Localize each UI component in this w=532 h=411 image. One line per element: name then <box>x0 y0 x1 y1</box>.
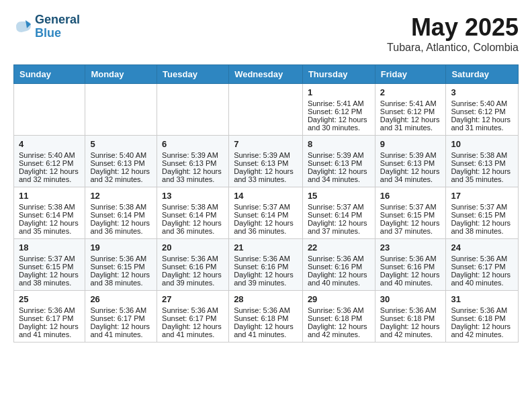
cell-content-line: and 38 minutes. <box>19 279 80 287</box>
calendar-cell: 25Sunrise: 5:36 AMSunset: 6:17 PMDayligh… <box>14 291 85 342</box>
calendar-cell: 23Sunrise: 5:36 AMSunset: 6:16 PMDayligh… <box>375 239 446 291</box>
calendar-week-row: 11Sunrise: 5:38 AMSunset: 6:14 PMDayligh… <box>14 187 519 239</box>
day-number: 31 <box>451 294 513 304</box>
cell-content-line: Sunrise: 5:36 AM <box>234 306 298 314</box>
logo-text: General Blue <box>35 13 80 40</box>
cell-content-line: Daylight: 12 hours <box>380 271 441 279</box>
cell-content-line: and 38 minutes. <box>90 279 152 287</box>
calendar-cell: 11Sunrise: 5:38 AMSunset: 6:14 PMDayligh… <box>14 187 85 239</box>
cell-content-line: and 41 minutes. <box>162 330 224 338</box>
cell-content-line: Sunrise: 5:36 AM <box>308 255 370 263</box>
day-number: 2 <box>380 87 441 97</box>
cell-content-line: Sunrise: 5:36 AM <box>162 255 224 263</box>
cell-content-line: and 34 minutes. <box>380 175 441 183</box>
day-number: 27 <box>162 294 224 304</box>
cell-content-line: Sunset: 6:16 PM <box>162 263 224 271</box>
cell-content-line: Sunset: 6:13 PM <box>308 159 370 167</box>
calendar-cell: 15Sunrise: 5:37 AMSunset: 6:14 PMDayligh… <box>302 187 375 239</box>
calendar-cell: 18Sunrise: 5:37 AMSunset: 6:15 PMDayligh… <box>14 239 85 291</box>
day-number: 28 <box>234 294 298 304</box>
weekday-header-sunday: Sunday <box>14 65 85 84</box>
cell-content-line: Daylight: 12 hours <box>19 219 80 227</box>
cell-content-line: and 31 minutes. <box>380 124 441 132</box>
cell-content-line: Sunset: 6:13 PM <box>234 159 298 167</box>
cell-content-line: and 30 minutes. <box>308 124 370 132</box>
cell-content-line: and 36 minutes. <box>234 227 298 235</box>
day-number: 15 <box>308 191 370 201</box>
day-number: 23 <box>380 242 441 253</box>
month-title: May 2025 <box>387 13 519 42</box>
cell-content-line: Sunrise: 5:39 AM <box>234 151 298 159</box>
cell-content-line: and 36 minutes. <box>90 227 152 235</box>
calendar-cell: 27Sunrise: 5:36 AMSunset: 6:17 PMDayligh… <box>157 291 229 342</box>
calendar-cell: 3Sunrise: 5:40 AMSunset: 6:12 PMDaylight… <box>446 84 519 136</box>
cell-content-line: and 33 minutes. <box>162 175 224 183</box>
cell-content-line: Daylight: 12 hours <box>162 167 224 175</box>
day-number: 18 <box>19 242 80 253</box>
cell-content-line: Sunset: 6:17 PM <box>451 263 513 271</box>
cell-content-line: and 32 minutes. <box>90 175 152 183</box>
cell-content-line: Daylight: 12 hours <box>451 167 513 175</box>
cell-content-line: Sunset: 6:13 PM <box>90 159 152 167</box>
cell-content-line: Sunrise: 5:36 AM <box>234 255 298 263</box>
calendar-cell: 5Sunrise: 5:40 AMSunset: 6:13 PMDaylight… <box>85 136 157 187</box>
cell-content-line: Daylight: 12 hours <box>19 322 80 330</box>
cell-content-line: Sunset: 6:17 PM <box>162 314 224 322</box>
cell-content-line: Sunrise: 5:38 AM <box>451 151 513 159</box>
cell-content-line: Sunrise: 5:40 AM <box>19 151 80 159</box>
weekday-header-monday: Monday <box>85 65 157 84</box>
day-number: 20 <box>162 242 224 253</box>
cell-content-line: Sunrise: 5:39 AM <box>308 151 370 159</box>
day-number: 16 <box>380 191 441 201</box>
calendar-cell: 16Sunrise: 5:37 AMSunset: 6:15 PMDayligh… <box>375 187 446 239</box>
cell-content-line: Daylight: 12 hours <box>380 219 441 227</box>
cell-content-line: Daylight: 12 hours <box>308 271 370 279</box>
logo: General Blue <box>13 13 80 40</box>
calendar-cell: 30Sunrise: 5:36 AMSunset: 6:18 PMDayligh… <box>375 291 446 342</box>
cell-content-line: and 42 minutes. <box>451 330 513 338</box>
day-number: 9 <box>380 139 441 149</box>
cell-content-line: Daylight: 12 hours <box>90 167 152 175</box>
cell-content-line: and 39 minutes. <box>234 279 298 287</box>
cell-content-line: Sunset: 6:16 PM <box>308 263 370 271</box>
cell-content-line: Daylight: 12 hours <box>451 219 513 227</box>
cell-content-line: Daylight: 12 hours <box>234 271 298 279</box>
cell-content-line: Sunrise: 5:38 AM <box>162 203 224 211</box>
cell-content-line: Sunset: 6:13 PM <box>380 159 441 167</box>
calendar-cell: 1Sunrise: 5:41 AMSunset: 6:12 PMDaylight… <box>302 84 375 136</box>
cell-content-line: Daylight: 12 hours <box>162 322 224 330</box>
cell-content-line: Sunrise: 5:36 AM <box>451 306 513 314</box>
cell-content-line: and 32 minutes. <box>19 175 80 183</box>
cell-content-line: Sunrise: 5:38 AM <box>19 203 80 211</box>
cell-content-line: Sunrise: 5:37 AM <box>19 255 80 263</box>
cell-content-line: Sunrise: 5:40 AM <box>451 99 513 107</box>
calendar-cell <box>85 84 157 136</box>
cell-content-line: Sunrise: 5:41 AM <box>308 99 370 107</box>
cell-content-line: Daylight: 12 hours <box>308 322 370 330</box>
calendar-cell: 21Sunrise: 5:36 AMSunset: 6:16 PMDayligh… <box>229 239 303 291</box>
cell-content-line: Sunrise: 5:41 AM <box>380 99 441 107</box>
day-number: 29 <box>308 294 370 304</box>
cell-content-line: Sunrise: 5:36 AM <box>380 306 441 314</box>
weekday-header-wednesday: Wednesday <box>229 65 303 84</box>
weekday-header-saturday: Saturday <box>446 65 519 84</box>
cell-content-line: and 42 minutes. <box>380 330 441 338</box>
cell-content-line: Sunrise: 5:36 AM <box>308 306 370 314</box>
cell-content-line: and 37 minutes. <box>380 227 441 235</box>
calendar-cell: 9Sunrise: 5:39 AMSunset: 6:13 PMDaylight… <box>375 136 446 187</box>
calendar-cell: 24Sunrise: 5:36 AMSunset: 6:17 PMDayligh… <box>446 239 519 291</box>
cell-content-line: Sunrise: 5:39 AM <box>380 151 441 159</box>
day-number: 12 <box>90 191 152 201</box>
day-number: 25 <box>19 294 80 304</box>
cell-content-line: Daylight: 12 hours <box>451 271 513 279</box>
calendar-cell: 12Sunrise: 5:38 AMSunset: 6:14 PMDayligh… <box>85 187 157 239</box>
cell-content-line: and 34 minutes. <box>308 175 370 183</box>
page-header: General Blue May 2025 Tubara, Atlantico,… <box>13 13 519 54</box>
calendar-cell: 26Sunrise: 5:36 AMSunset: 6:17 PMDayligh… <box>85 291 157 342</box>
cell-content-line: Sunset: 6:15 PM <box>19 263 80 271</box>
cell-content-line: Sunset: 6:14 PM <box>19 211 80 219</box>
cell-content-line: Sunrise: 5:36 AM <box>19 306 80 314</box>
cell-content-line: and 40 minutes. <box>451 279 513 287</box>
cell-content-line: Sunset: 6:14 PM <box>308 211 370 219</box>
cell-content-line: Sunset: 6:13 PM <box>162 159 224 167</box>
